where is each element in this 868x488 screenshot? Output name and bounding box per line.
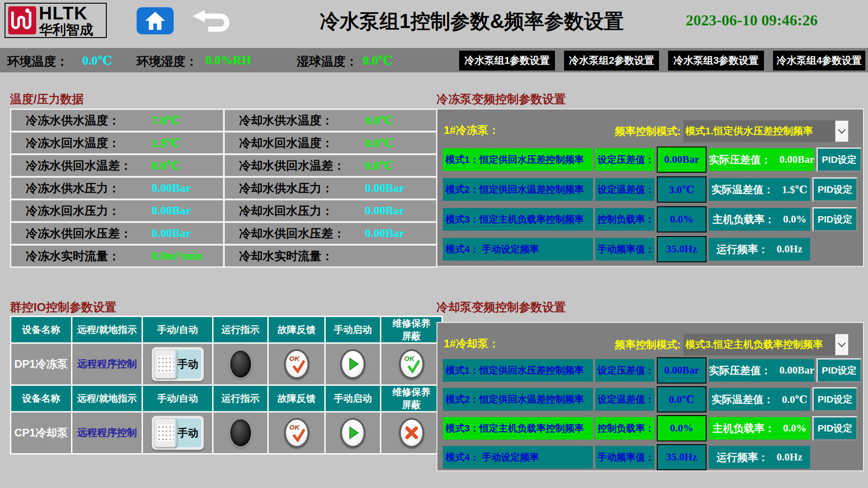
cp1-manual-auto-toggle[interactable]: 手动 <box>152 416 204 450</box>
io-header-run: 运行指示 <box>213 317 267 342</box>
chiller-freq-mode-select[interactable]: 模式1.恒定供水压差控制频率 <box>683 120 835 142</box>
chiller-mode2-pid-button[interactable]: PID设定 <box>812 177 858 202</box>
dp1-maintenance-mask-button[interactable]: OK <box>399 349 424 379</box>
chiller-mode1-button[interactable]: 模式1：恒定供回水压差控制频率 <box>443 148 593 171</box>
page-title: 冷水泵组1控制参数&频率参数设置 <box>320 8 624 35</box>
dp1-fault-feedback-indicator: OK <box>284 349 309 379</box>
row-value: 0.00Bar <box>152 227 191 240</box>
row-label: 冷却水回水压力： <box>239 203 365 219</box>
chiller-mode3-set-input[interactable]: 0.0% <box>657 206 707 232</box>
row-label: 冷却水回水温度： <box>239 135 365 151</box>
chiller-vfd-panel: 1#冷冻泵： 频率控制模式: 模式1.恒定供水压差控制频率 模式1：恒定供回水压… <box>436 109 864 267</box>
nav-pump-group-1[interactable]: 冷水泵组1参数设置 <box>459 51 555 71</box>
env-humidity-value: 0.0%RH <box>205 53 251 67</box>
freq-mode-label: 频率控制模式: <box>615 338 681 352</box>
cooling-freq-mode-select[interactable]: 模式3.恒定主机负载率控制频率 <box>683 334 835 355</box>
ok-check-red-icon <box>290 428 306 443</box>
toggle-knob-icon <box>154 350 177 379</box>
dp1-manual-auto-toggle[interactable]: 手动 <box>152 347 204 381</box>
chiller-mode3-button[interactable]: 模式3：恒定主机负载率控制频率 <box>443 208 593 231</box>
row-value: 0.0℃ <box>365 159 394 173</box>
chiller-mode3-pid-button[interactable]: PID设定 <box>812 207 858 232</box>
chiller-mode1-set-input[interactable]: 0.00Bar <box>657 147 707 173</box>
toggle-state-label: 手动 <box>175 350 201 379</box>
set-value-label: 控制负载率： <box>595 417 655 440</box>
io-header-device: 设备名称 <box>11 317 71 342</box>
toggle-state-label: 手动 <box>175 418 201 447</box>
chiller-mode4-set-input[interactable]: 35.0Hz <box>657 236 707 262</box>
row-value: 0.0℃ <box>152 159 180 173</box>
io-header-run: 运行指示 <box>213 386 267 411</box>
chiller-mode2-set-input[interactable]: 3.0℃ <box>657 176 707 203</box>
toggle-knob-icon <box>154 418 177 447</box>
home-button[interactable] <box>137 7 174 34</box>
actual-value: 0.0Hz <box>777 451 802 463</box>
row-value: 0.00Bar <box>365 181 404 195</box>
row-value: 0.00Bar <box>365 227 404 240</box>
logo-text-cn: 华利智成 <box>39 23 93 37</box>
nav-pump-group-3[interactable]: 冷水泵组3参数设置 <box>668 51 764 71</box>
actual-value: 0.0% <box>783 422 806 434</box>
chiller-mode2-button[interactable]: 模式2：恒定供回水温差控制频率 <box>443 178 593 201</box>
chiller-mode4-button[interactable]: 模式4： 手动设定频率 <box>443 238 593 261</box>
row-value: 1.$℃ <box>152 136 180 150</box>
cooling-mode2-set-input[interactable]: 0.0℃ <box>657 386 707 412</box>
cooling-mode1-set-input[interactable]: 0.00Bar <box>657 357 707 384</box>
chevron-down-icon <box>838 340 846 347</box>
cooling-freq-mode-dropdown-button[interactable] <box>835 334 849 355</box>
set-value-label: 手动频率值： <box>595 446 655 469</box>
ok-check-red-icon <box>290 359 306 374</box>
cooling-mode4-button[interactable]: 模式4： 手动设定频率 <box>443 446 593 469</box>
io-header-manual-auto: 手动/自动 <box>143 317 212 342</box>
cp1-fault-feedback-indicator: OK <box>284 418 309 448</box>
cp1-manual-start-button[interactable] <box>340 418 365 448</box>
io-header-maintenance: 维修保养 屏蔽 <box>381 317 441 342</box>
env-humidity-label: 环境湿度： <box>137 53 198 70</box>
actual-label: 主机负载率： <box>712 422 775 436</box>
row-label: 冷冻水实时流量： <box>26 248 152 264</box>
actual-value: 1.$℃ <box>782 183 807 196</box>
cp1-maintenance-mask-button[interactable] <box>399 418 424 448</box>
cooling-mode4-set-input[interactable]: 35.0Hz <box>657 444 707 470</box>
cooling-mode1-button[interactable]: 模式1：恒定供回水压差控制频率 <box>443 359 593 382</box>
io-header-device: 设备名称 <box>11 386 71 411</box>
row-label: 冷冻水回水压力： <box>26 203 152 219</box>
set-value-label: 设定压差值： <box>595 148 655 171</box>
datetime-display: 2023-06-10 09:46:26 <box>686 12 818 29</box>
cooling-mode-row-4: 模式4： 手动设定频率 手动频率值： 35.0Hz 运行频率：0.0Hz <box>443 446 858 469</box>
io-header-fault: 故障反馈 <box>269 317 324 342</box>
row-label: 冷冻水供回水压差： <box>26 226 152 242</box>
temp-pressure-table: 冷冻水供水温度：7.0℃ 冷却水供水温度：0.0℃ 冷冻水回水温度：1.$℃ 冷… <box>10 109 437 268</box>
status-bar: 环境温度： 0.0℃ 环境湿度： 0.0%RH 湿球温度： 0.0℃ 冷水泵组1… <box>0 48 868 72</box>
device-name: CP1冷却泵 <box>14 426 68 440</box>
nav-pump-group-4[interactable]: 冷水泵组4参数设置 <box>773 51 865 71</box>
chiller-freq-mode-dropdown-button[interactable] <box>835 120 849 142</box>
cooling-mode3-button[interactable]: 模式3：恒定主机负载率控制频率 <box>443 417 593 440</box>
actual-value: 0.0Hz <box>777 243 802 255</box>
cooling-mode2-button[interactable]: 模式2：恒定供回水温差控制频率 <box>443 388 593 411</box>
dp1-manual-start-button[interactable] <box>340 349 365 379</box>
remote-status: 远程程序控制 <box>77 426 137 440</box>
row-value: 0.00Bar <box>365 204 404 218</box>
remote-status: 远程程序控制 <box>77 357 137 371</box>
io-header-start: 手动启动 <box>326 386 380 411</box>
cooling-mode3-pid-button[interactable]: PID设定 <box>812 416 858 441</box>
temp-section-title: 温度/压力数据 <box>10 91 84 107</box>
chiller-mode-row-2: 模式2：恒定供回水温差控制频率 设定温差值： 3.0℃ 实际温差值：1.$℃ P… <box>443 178 858 201</box>
chiller-mode-row-3: 模式3：恒定主机负载率控制频率 控制负载率： 0.0% 主机负载率：0.0% P… <box>443 208 858 231</box>
cooling-mode3-set-input[interactable]: 0.0% <box>657 415 707 441</box>
chiller-mode1-pid-button[interactable]: PID设定 <box>816 147 862 172</box>
io-header-maintenance: 维修保养 屏蔽 <box>381 386 441 411</box>
wetbulb-temp-label: 湿球温度： <box>297 53 358 70</box>
back-button[interactable] <box>190 10 233 36</box>
actual-value: 0.0℃ <box>782 393 807 406</box>
set-value-label: 设定温差值： <box>595 178 655 201</box>
set-value-label: 控制负载率： <box>595 208 655 231</box>
play-icon <box>345 356 360 372</box>
io-header-fault: 故障反馈 <box>269 386 324 411</box>
cooling-mode-row-2: 模式2：恒定供回水温差控制频率 设定温差值： 0.0℃ 实际温差值：0.0℃ P… <box>443 388 858 411</box>
actual-label: 运行频率： <box>716 242 768 256</box>
cooling-mode2-pid-button[interactable]: PID设定 <box>812 387 858 412</box>
cooling-mode1-pid-button[interactable]: PID设定 <box>816 358 862 383</box>
nav-pump-group-2[interactable]: 冷水泵组2参数设置 <box>564 51 659 71</box>
